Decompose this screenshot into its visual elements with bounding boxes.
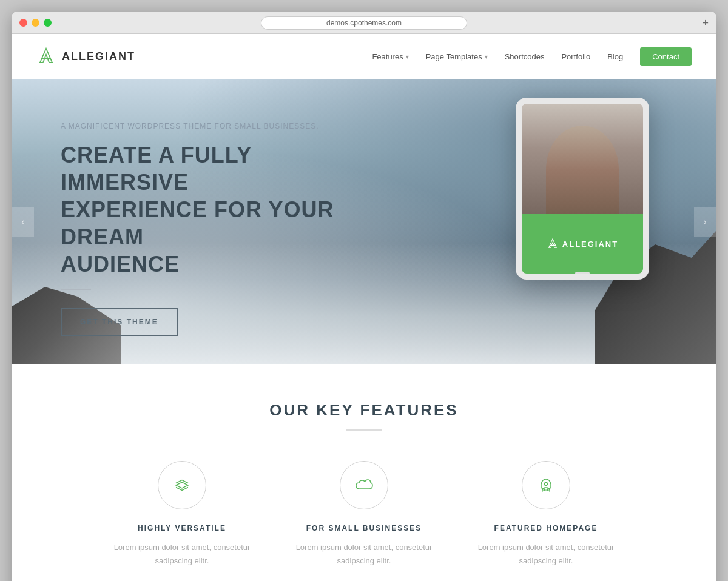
feature-title-versatile: HIGHLY VERSATILE [138, 524, 226, 532]
nav-portfolio[interactable]: Portfolio [561, 52, 590, 61]
hero-content: A MAGNIFICENT WORDPRESS THEME FOR SMALL … [12, 79, 352, 336]
feature-item-homepage: FEATURED HOMEPAGE Lorem ipsum dolor sit … [473, 461, 619, 568]
nav-links: Features ▾ Page Templates ▾ Shortcodes P… [372, 47, 692, 66]
chevron-left-icon: ‹ [21, 217, 24, 227]
feature-icon-layers [158, 461, 206, 509]
feature-item-small-business: FOR SMALL BUSINESSES Lorem ipsum dolor s… [291, 461, 437, 568]
carousel-next-button[interactable]: › [694, 207, 716, 237]
svg-point-4 [545, 483, 548, 486]
tablet-camera [581, 99, 584, 102]
hero-section: ‹ › A MAGNIFICENT WORDPRESS THEME FOR SM… [12, 79, 716, 364]
chevron-right-icon: › [703, 217, 706, 227]
feature-text-small-business: Lorem ipsum dolor sit amet, consetetur s… [291, 541, 437, 568]
main-nav: ALLEGIANT Features ▾ Page Templates ▾ Sh… [12, 34, 716, 79]
hero-divider [61, 289, 91, 290]
tablet-green-bar: ALLEGIANT [522, 214, 643, 274]
get-theme-button[interactable]: GET THIS THEME [61, 308, 178, 336]
svg-marker-2 [549, 239, 557, 247]
tablet-logo-white: ALLEGIANT [547, 238, 618, 250]
minimize-button[interactable] [32, 19, 39, 27]
feature-icon-cloud [340, 461, 388, 509]
chevron-down-icon: ▾ [406, 53, 409, 60]
titlebar: demos.cpothemes.com + [12, 12, 716, 34]
close-button[interactable] [19, 19, 27, 27]
url-text: demos.cpothemes.com [326, 19, 402, 27]
feature-icon-rocket [522, 461, 570, 509]
feature-text-homepage: Lorem ipsum dolor sit amet, consetetur s… [473, 541, 619, 568]
nav-shortcodes[interactable]: Shortcodes [505, 52, 545, 61]
browser-window: demos.cpothemes.com + ALLEGIANT Features… [12, 12, 716, 581]
logo-icon [36, 47, 56, 66]
window-controls [19, 19, 52, 27]
features-grid: HIGHLY VERSATILE Lorem ipsum dolor sit a… [36, 461, 692, 568]
nav-contact[interactable]: Contact [640, 47, 692, 66]
tablet-home-button [575, 272, 590, 278]
tablet-body: ALLEGIANT [516, 98, 649, 280]
cloud-icon [354, 477, 374, 494]
chevron-down-icon: ▾ [485, 53, 488, 60]
hero-title: CREATE A FULLY IMMERSIVE EXPERIENCE FOR … [61, 141, 352, 278]
hero-subtitle: A MAGNIFICENT WORDPRESS THEME FOR SMALL … [61, 122, 352, 130]
tablet-mockup: ALLEGIANT [516, 98, 649, 280]
feature-item-versatile: HIGHLY VERSATILE Lorem ipsum dolor sit a… [109, 461, 255, 568]
logo[interactable]: ALLEGIANT [36, 47, 135, 66]
logo-text: ALLEGIANT [62, 50, 135, 63]
features-title: OUR KEY FEATURES [36, 401, 692, 420]
layers-icon [174, 477, 190, 494]
tablet-person-image [522, 104, 643, 214]
rocket-icon [538, 477, 554, 494]
svg-marker-0 [40, 49, 52, 62]
tablet-logo-icon [547, 238, 559, 250]
feature-title-homepage: FEATURED HOMEPAGE [494, 524, 598, 532]
nav-page-templates[interactable]: Page Templates ▾ [426, 52, 488, 61]
features-divider [346, 429, 382, 431]
nav-blog[interactable]: Blog [607, 52, 623, 61]
address-bar[interactable]: demos.cpothemes.com [261, 16, 467, 30]
carousel-prev-button[interactable]: ‹ [12, 207, 34, 237]
tablet-logo-text: ALLEGIANT [562, 240, 618, 249]
maximize-button[interactable] [44, 19, 52, 27]
feature-title-small-business: FOR SMALL BUSINESSES [306, 524, 422, 532]
tablet-screen: ALLEGIANT [522, 104, 643, 274]
feature-text-versatile: Lorem ipsum dolor sit amet, consetetur s… [109, 541, 255, 568]
site-content: ALLEGIANT Features ▾ Page Templates ▾ Sh… [12, 34, 716, 581]
new-tab-button[interactable]: + [702, 18, 709, 29]
features-section: OUR KEY FEATURES HIGHLY VERSATILE Lorem … [12, 364, 716, 581]
nav-features[interactable]: Features ▾ [372, 52, 408, 61]
